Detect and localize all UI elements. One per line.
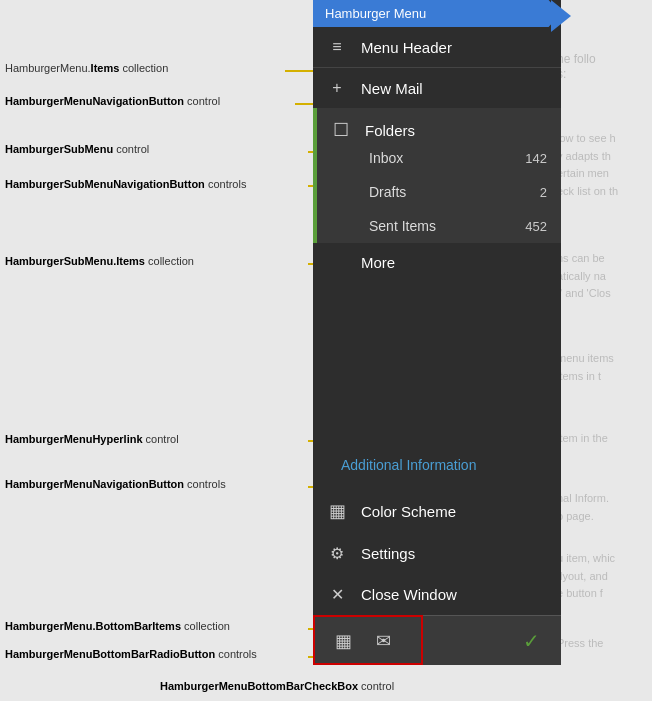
check-icon: ✓	[523, 629, 540, 653]
calendar-radio-button[interactable]: ▦	[323, 623, 363, 659]
annotation-items: HamburgerMenu.Items collection	[5, 62, 168, 74]
annotation-subnavbtn: HamburgerSubMenuNavigationButton control…	[5, 178, 246, 190]
right-text-2: s:	[557, 65, 647, 83]
new-mail-label: New Mail	[361, 80, 547, 97]
additional-info-container: Additional Information	[313, 437, 561, 489]
menu-spacer	[313, 282, 561, 437]
annotation-navbtn2: HamburgerMenuNavigationButton controls	[5, 478, 226, 490]
close-icon: ✕	[327, 585, 347, 604]
close-window-label: Close Window	[361, 586, 547, 603]
color-scheme-icon: ▦	[327, 500, 347, 522]
mail-radio-button[interactable]: ✉	[363, 623, 403, 659]
annotation-bottomcheckbox: HamburgerMenuBottomBarCheckBox control	[160, 680, 394, 692]
annotation-bottombar: HamburgerMenu.BottomBarItems collection	[5, 620, 230, 632]
settings-icon: ⚙	[327, 544, 347, 563]
annotation-submenuitems: HamburgerSubMenu.Items collection	[5, 255, 194, 267]
drafts-badge: 2	[540, 185, 547, 200]
folders-label: Folders	[365, 122, 547, 139]
folders-item[interactable]: ☐ Folders	[313, 108, 561, 141]
hamburger-menu-panel: Hamburger Menu ≡ Menu Header + New Mail …	[313, 0, 561, 665]
calendar-icon: ▦	[335, 630, 352, 652]
plus-icon: +	[327, 79, 347, 97]
check-checkbox[interactable]: ✓	[511, 623, 551, 659]
right-text-7: nal Inform.o page.	[557, 490, 647, 525]
annotation-bottomradio: HamburgerMenuBottomBarRadioButton contro…	[5, 648, 257, 660]
more-label: More	[361, 254, 547, 271]
right-text-5: menu itemsitems in t	[557, 350, 647, 385]
right-text-8: u item, whicflyout, ande button f	[557, 550, 647, 603]
color-scheme-label: Color Scheme	[361, 503, 547, 520]
connector-1	[285, 70, 315, 72]
settings-label: Settings	[361, 545, 547, 562]
right-text-3: low to see hy adapts thertain meneck lis…	[557, 130, 647, 200]
settings-item[interactable]: ⚙ Settings	[313, 533, 561, 574]
connector-2	[295, 103, 315, 105]
inbox-item[interactable]: Inbox 142	[313, 141, 561, 175]
sent-items-label: Sent Items	[369, 218, 525, 234]
menu-header-label: Menu Header	[361, 39, 547, 56]
close-window-item[interactable]: ✕ Close Window	[313, 574, 561, 615]
menu-header-item[interactable]: ≡ Menu Header	[313, 27, 561, 68]
new-mail-item[interactable]: + New Mail	[313, 68, 561, 108]
annotation-submenu: HamburgerSubMenu control	[5, 143, 149, 155]
drafts-item[interactable]: Drafts 2	[313, 175, 561, 209]
annotation-navbtn: HamburgerMenuNavigationButton control	[5, 95, 220, 107]
right-text-6: item in the	[557, 430, 647, 448]
color-scheme-item[interactable]: ▦ Color Scheme	[313, 489, 561, 533]
more-item[interactable]: More	[313, 243, 561, 282]
menu-title-bar: Hamburger Menu	[313, 0, 561, 27]
folder-icon: ☐	[331, 119, 351, 141]
menu-title-label: Hamburger Menu	[325, 6, 426, 21]
right-text-4: ns can beatically nat' and 'Clos	[557, 250, 647, 303]
annotation-hyperlink: HamburgerMenuHyperlink control	[5, 433, 179, 445]
title-arrow	[551, 0, 571, 32]
sent-items-item[interactable]: Sent Items 452	[313, 209, 561, 243]
bottom-bar: ▦ ✉ ✓	[313, 615, 561, 665]
right-text-9: Press the	[557, 635, 647, 653]
inbox-label: Inbox	[369, 150, 525, 166]
sent-items-badge: 452	[525, 219, 547, 234]
inbox-badge: 142	[525, 151, 547, 166]
drafts-label: Drafts	[369, 184, 540, 200]
additional-info-link[interactable]: Additional Information	[327, 445, 561, 485]
mail-icon: ✉	[376, 630, 391, 652]
hamburger-icon: ≡	[327, 38, 347, 56]
